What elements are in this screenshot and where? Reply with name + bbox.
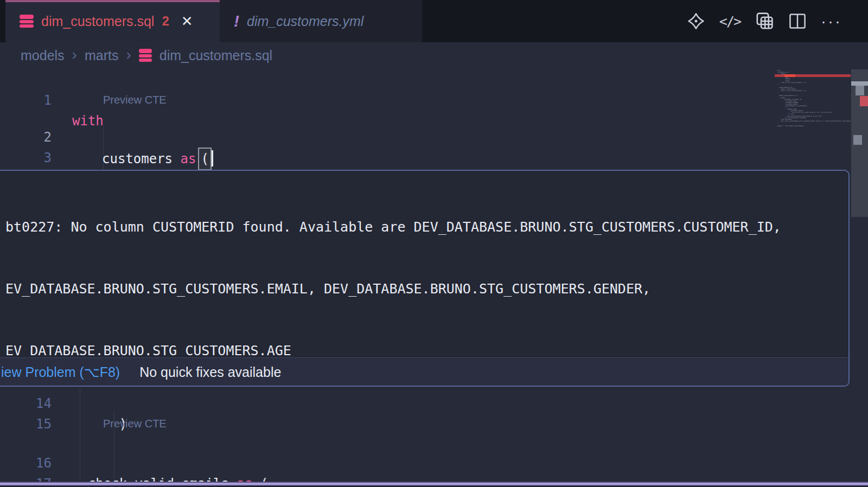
split-editor-icon[interactable] bbox=[788, 12, 807, 30]
error-message-line: bt0227: No column CUSTOMERID found. Avai… bbox=[5, 217, 848, 238]
codelens-preview-cte[interactable]: Preview CTE bbox=[103, 415, 167, 432]
minimap-code: with customers as ( select customerId , … bbox=[777, 70, 851, 127]
error-message-line: EV_DATABASE.BRUNO.STG_CUSTOMERS.EMAIL, D… bbox=[5, 279, 848, 299]
tab-bar: dim_customers.sql 2 ✕ ! dim_customers.ym… bbox=[0, 0, 868, 42]
close-icon[interactable]: ✕ bbox=[181, 13, 193, 30]
code-line-17[interactable]: 17 select bbox=[0, 453, 775, 473]
code-line-16[interactable]: 16 , check_valid_emails as ( bbox=[0, 432, 775, 453]
no-quick-fixes-label: No quick fixes available bbox=[139, 362, 281, 382]
compiled-code-icon[interactable]: </> bbox=[719, 14, 741, 29]
popup-status-bar: iew Problem (⌥F8) No quick fixes availab… bbox=[0, 357, 848, 386]
overview-mark bbox=[851, 81, 868, 86]
line-number: 15 bbox=[0, 414, 52, 434]
overview-error-mark bbox=[860, 96, 868, 106]
editor-actions: </> ··· bbox=[687, 0, 868, 42]
code-editor[interactable]: 1 with Preview CTE 2 customers as( 3 sel… bbox=[0, 68, 868, 487]
sql-file-icon bbox=[139, 49, 152, 62]
editor-window: dim_customers.sql 2 ✕ ! dim_customers.ym… bbox=[0, 0, 868, 487]
sql-file-icon bbox=[20, 15, 34, 28]
error-popup: bt0227: No column CUSTOMERID found. Avai… bbox=[0, 170, 850, 387]
overview-mark bbox=[853, 135, 862, 145]
minimap-error-word-mark bbox=[784, 74, 795, 77]
code-line-3[interactable]: 3 select bbox=[0, 127, 775, 148]
scrollbar[interactable] bbox=[851, 68, 868, 487]
warning-icon: ! bbox=[234, 12, 239, 30]
code-line-2[interactable]: 2 customers as( bbox=[0, 106, 775, 127]
tab-dim-customers-sql[interactable]: dim_customers.sql 2 ✕ bbox=[5, 0, 220, 42]
error-entry-1: bt0227: No column CUSTOMERID found. Avai… bbox=[0, 171, 848, 387]
query-results-icon[interactable] bbox=[755, 11, 774, 31]
code-line-15[interactable]: 15 bbox=[0, 393, 775, 414]
tab-dim-customers-yml[interactable]: ! dim_customers.yml bbox=[220, 0, 422, 42]
chevron-right-icon: › bbox=[126, 46, 131, 63]
problem-count-badge: 2 bbox=[162, 14, 169, 29]
code-line-1[interactable]: 1 with bbox=[0, 69, 775, 90]
view-problem-link[interactable]: iew Problem (⌥F8) bbox=[1, 362, 120, 382]
tab-label: dim_customers.sql bbox=[41, 14, 154, 29]
more-actions-icon[interactable]: ··· bbox=[821, 18, 842, 24]
breadcrumb-item-models[interactable]: models bbox=[21, 48, 65, 63]
breadcrumb-file[interactable]: dim_customers.sql bbox=[159, 48, 272, 63]
tab-label: dim_customers.yml bbox=[247, 14, 363, 29]
dbt-icon[interactable] bbox=[687, 12, 705, 30]
panel-divider bbox=[0, 482, 868, 486]
breadcrumb: models › marts › dim_customers.sql bbox=[0, 42, 868, 68]
overview-mark bbox=[856, 86, 864, 95]
chevron-right-icon: › bbox=[72, 46, 77, 63]
codelens-preview-cte[interactable]: Preview CTE bbox=[103, 92, 167, 108]
code-line-4[interactable]: 4 customerId bbox=[0, 148, 775, 168]
breadcrumb-item-marts[interactable]: marts bbox=[85, 48, 119, 63]
